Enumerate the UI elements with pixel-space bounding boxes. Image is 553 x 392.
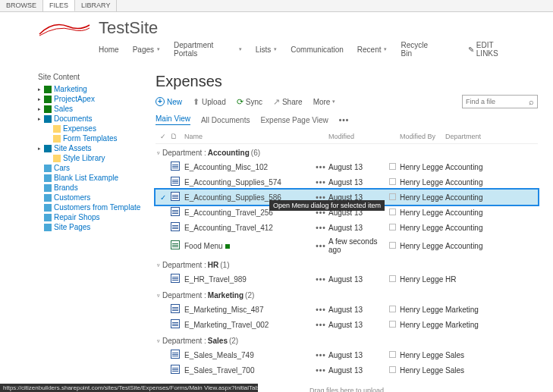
table-row[interactable]: E_Marketing_Misc_487•••August 13Henry Le… (156, 302, 538, 317)
sidebar-item-customers-from-template[interactable]: Customers from Template (38, 202, 156, 212)
table-row[interactable]: E_Sales_Meals_749•••August 13Henry Legge… (156, 347, 538, 362)
nav-recycle-bin[interactable]: Recycle Bin (401, 41, 438, 58)
share-indicator[interactable] (389, 275, 400, 284)
share-indicator[interactable] (389, 209, 400, 217)
sidebar-item-projectapex[interactable]: ▸ProjectApex (38, 94, 156, 104)
column-department[interactable]: Department (445, 133, 491, 140)
row-menu-button[interactable]: ••• (313, 351, 328, 359)
modified-by[interactable]: Henry Legge (400, 209, 445, 217)
group-header[interactable]: ▿Department : HR (1) (156, 256, 538, 271)
search-input[interactable] (463, 98, 525, 105)
nav-lists[interactable]: Lists▾ (256, 45, 278, 54)
new-button[interactable]: + New (156, 97, 182, 106)
search-icon[interactable]: ⌕ (525, 97, 537, 106)
row-menu-button[interactable]: ••• (313, 178, 328, 187)
sidebar-item-expenses[interactable]: Expenses (38, 124, 156, 133)
modified-by[interactable]: Henry Legge (400, 306, 445, 314)
views-more-icon[interactable]: ••• (339, 116, 350, 124)
file-name[interactable]: E_HR_Travel_989 (184, 275, 313, 284)
file-name[interactable]: E_Accounting_Supplies_574 (184, 178, 313, 187)
table-row[interactable]: E_Accounting_Supplies_574•••August 13Hen… (156, 174, 538, 190)
table-row[interactable]: E_HR_Travel_989•••August 13Henry LeggeHR (156, 271, 538, 287)
sidebar-item-site-pages[interactable]: Site Pages (38, 222, 156, 232)
ribbon-tab-library[interactable]: LIBRARY (75, 0, 117, 11)
share-indicator[interactable] (389, 242, 400, 250)
table-row[interactable]: Food Menu•••A few seconds agoHenry Legge… (156, 235, 538, 256)
file-name[interactable]: E_Accounting_Misc_102 (184, 163, 313, 171)
view-all-documents[interactable]: All Documents (201, 116, 250, 124)
row-menu-button[interactable]: ••• (313, 321, 328, 329)
sidebar-item-brands[interactable]: Brands (38, 183, 156, 193)
table-row[interactable]: E_Accounting_Misc_102•••August 13Henry L… (156, 159, 538, 174)
group-header[interactable]: ▿Department : Sales (2) (156, 332, 538, 347)
row-menu-button[interactable]: ••• (313, 242, 328, 250)
share-indicator[interactable] (389, 163, 400, 171)
sidebar-item-blank-list-example[interactable]: Blank List Example (38, 173, 156, 183)
sidebar-item-repair-shops[interactable]: Repair Shops (38, 212, 156, 222)
modified-by[interactable]: Henry Legge (400, 163, 445, 171)
sync-button[interactable]: ⟳ Sync (237, 97, 262, 107)
share-indicator[interactable] (389, 224, 400, 232)
share-indicator[interactable] (389, 351, 400, 359)
file-name[interactable]: E_Marketing_Travel_002 (184, 321, 313, 329)
nav-communication[interactable]: Communication (291, 45, 343, 54)
group-header[interactable]: ▿Department : Marketing (2) (156, 287, 538, 302)
table-row[interactable]: ✓E_Accounting_Supplies_586•••August 13He… (156, 190, 538, 205)
more-button[interactable]: More ▾ (313, 98, 336, 106)
search-box[interactable]: ⌕ (462, 95, 538, 108)
nav-pages[interactable]: Pages▾ (133, 45, 160, 54)
row-menu-button[interactable]: ••• (313, 224, 328, 232)
column-check[interactable]: ✓ (156, 133, 171, 140)
share-indicator[interactable] (389, 306, 400, 314)
modified-by[interactable]: Henry Legge (400, 275, 445, 284)
file-name[interactable]: Food Menu (184, 242, 313, 250)
row-checkbox[interactable]: ✓ (156, 193, 171, 202)
modified-by[interactable]: Henry Legge (400, 351, 445, 359)
nav-department-portals[interactable]: Department Portals▾ (174, 41, 242, 58)
sidebar-item-cars[interactable]: Cars (38, 163, 156, 173)
view-expense-page[interactable]: Expense Page View (260, 116, 328, 124)
upload-button[interactable]: ⬆ Upload (193, 97, 226, 107)
nav-recent[interactable]: Recent▾ (357, 45, 388, 54)
column-type-icon[interactable]: 🗋 (171, 133, 184, 140)
ribbon-tab-browse[interactable]: BROWSE (0, 0, 43, 11)
table-row[interactable]: E_Marketing_Travel_002•••August 13Henry … (156, 317, 538, 332)
share-indicator[interactable] (389, 193, 400, 202)
sidebar-item-customers[interactable]: Customers (38, 193, 156, 202)
column-modified-by[interactable]: Modified By (400, 133, 445, 140)
sidebar-item-marketing[interactable]: ▸Marketing (38, 84, 156, 94)
table-row[interactable]: E_Sales_Travel_700•••August 13Henry Legg… (156, 362, 538, 378)
modified-by[interactable]: Henry Legge (400, 242, 445, 250)
file-name[interactable]: E_Marketing_Misc_487 (184, 306, 313, 314)
modified-by[interactable]: Henry Legge (400, 193, 445, 202)
file-name[interactable]: E_Sales_Travel_700 (184, 366, 313, 375)
file-name[interactable]: E_Accounting_Travel_412 (184, 224, 313, 232)
sidebar-item-style-library[interactable]: Style Library (38, 153, 156, 163)
site-title[interactable]: TestSite (99, 18, 158, 38)
group-header[interactable]: ▿Department : Accounting (6) (156, 144, 538, 159)
share-indicator[interactable] (389, 366, 400, 375)
file-name[interactable]: E_Sales_Meals_749 (184, 351, 313, 359)
modified-by[interactable]: Henry Legge (400, 321, 445, 329)
sidebar-item-site-assets[interactable]: ▸Site Assets (38, 143, 156, 153)
sidebar-item-sales[interactable]: ▸Sales (38, 104, 156, 114)
share-button[interactable]: ↗ Share (273, 97, 303, 107)
modified-by[interactable]: Henry Legge (400, 366, 445, 375)
table-row[interactable]: E_Accounting_Travel_412•••August 13Henry… (156, 220, 538, 235)
row-menu-button[interactable]: ••• (313, 306, 328, 314)
edit-links-button[interactable]: ✎EDIT LINKS (468, 41, 515, 58)
modified-by[interactable]: Henry Legge (400, 224, 445, 232)
row-menu-button[interactable]: ••• (313, 275, 328, 284)
column-name[interactable]: Name (184, 133, 313, 140)
nav-home[interactable]: Home (99, 45, 119, 54)
ribbon-tab-files[interactable]: FILES (43, 0, 75, 11)
sidebar-item-form-templates[interactable]: Form Templates (38, 133, 156, 143)
share-indicator[interactable] (389, 178, 400, 187)
sidebar-item-documents[interactable]: ▸Documents (38, 114, 156, 124)
column-modified[interactable]: Modified (328, 133, 389, 140)
share-indicator[interactable] (389, 321, 400, 329)
view-main[interactable]: Main View (156, 114, 190, 125)
row-menu-button[interactable]: ••• (313, 366, 328, 375)
site-logo[interactable] (38, 19, 91, 38)
modified-by[interactable]: Henry Legge (400, 178, 445, 187)
